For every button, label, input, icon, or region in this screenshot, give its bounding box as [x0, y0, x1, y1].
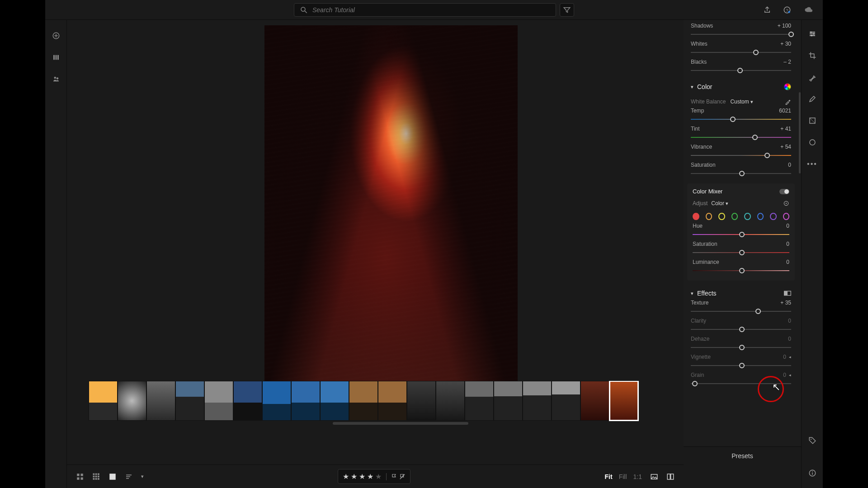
filmstrip-thumb[interactable] [580, 381, 609, 421]
tint-slider[interactable]: Tint+ 41 [691, 126, 791, 141]
panel-scrollbar[interactable] [799, 24, 801, 425]
target-adjust-icon[interactable] [783, 200, 789, 206]
filmstrip-thumb[interactable] [146, 381, 175, 421]
filmstrip-thumb[interactable] [465, 381, 494, 421]
healing-brush-icon[interactable] [808, 73, 816, 81]
color-swatch[interactable] [693, 213, 699, 220]
filmstrip-thumb[interactable] [407, 381, 436, 421]
split-view-icon[interactable] [784, 291, 791, 296]
search-filter-button[interactable] [560, 3, 574, 17]
add-photos-icon[interactable] [52, 32, 60, 40]
shadows-slider[interactable]: Shadows+ 100 [691, 23, 791, 38]
flag-reject-icon[interactable] [399, 474, 406, 480]
info-icon[interactable] [808, 469, 816, 477]
crop-icon[interactable] [808, 52, 816, 60]
chevron-down-icon[interactable]: ▾ [141, 474, 144, 479]
funnel-icon [563, 6, 571, 14]
saturation-slider[interactable]: Saturation0 [691, 162, 791, 177]
presets-button[interactable]: Presets [684, 446, 801, 465]
filmstrip-thumb[interactable] [378, 381, 407, 421]
grid-small-icon[interactable] [76, 473, 84, 481]
filmstrip-thumb[interactable] [609, 381, 638, 421]
linear-gradient-icon[interactable] [808, 117, 816, 125]
filmstrip-scrollbar[interactable] [89, 422, 684, 426]
left-nav-rail [45, 20, 67, 488]
edit-sliders-icon[interactable] [808, 30, 816, 38]
hue-slider[interactable]: Hue0 [693, 223, 789, 238]
color-swatch[interactable] [718, 213, 725, 220]
tag-icon[interactable] [808, 436, 816, 445]
compare-icon[interactable] [666, 473, 675, 481]
filmstrip-thumb[interactable] [523, 381, 552, 421]
zoom-1to1[interactable]: 1:1 [633, 473, 642, 480]
filmstrip-thumb[interactable] [175, 381, 204, 421]
vibrance-slider[interactable]: Vibrance+ 54 [691, 144, 791, 159]
filmstrip-thumb[interactable] [349, 381, 378, 421]
filmstrip-thumb[interactable] [233, 381, 262, 421]
more-icon[interactable]: ••• [807, 160, 817, 168]
svg-rect-37 [109, 474, 116, 480]
zoom-fill[interactable]: Fill [619, 473, 627, 480]
grid-large-icon[interactable] [92, 473, 100, 481]
eyedropper-icon[interactable] [785, 99, 791, 105]
luminance-slider[interactable]: Luminance0 [693, 259, 789, 274]
zoom-fit[interactable]: Fit [605, 473, 613, 480]
temp-slider[interactable]: Temp6021 [691, 108, 791, 123]
color-swatch[interactable] [757, 213, 764, 220]
filmstrip[interactable] [89, 381, 684, 422]
color-swatch[interactable] [731, 213, 738, 220]
disclosure-arrow-icon[interactable]: ◂ [789, 373, 791, 377]
single-view-icon[interactable] [108, 473, 117, 481]
mixer-adjust-dropdown[interactable]: Color ▾ [711, 200, 728, 206]
color-section-header[interactable]: ▾ Color [691, 83, 791, 90]
filmstrip-thumb[interactable] [320, 381, 349, 421]
filmstrip-thumb[interactable] [436, 381, 465, 421]
color-wheel-icon[interactable] [784, 83, 791, 90]
sort-icon[interactable] [125, 473, 133, 481]
texture-slider[interactable]: Texture+ 35 [691, 300, 791, 315]
clarity-slider[interactable]: Clarity0 [691, 318, 791, 333]
color-mixer-title: Color Mixer [693, 188, 722, 195]
filmstrip-thumb[interactable] [552, 381, 580, 421]
blacks-slider[interactable]: Blacks– 2 [691, 59, 791, 74]
my-photos-icon[interactable] [52, 53, 60, 61]
show-original-icon[interactable] [650, 473, 658, 481]
svg-rect-30 [98, 473, 99, 475]
share-icon[interactable] [763, 6, 771, 14]
filmstrip-thumb[interactable] [89, 381, 118, 421]
svg-point-19 [810, 140, 815, 145]
help-icon[interactable]: ? [783, 6, 791, 14]
filmstrip-thumb[interactable] [494, 381, 523, 421]
color-swatch[interactable] [770, 213, 777, 220]
white-balance-row[interactable]: White Balance Custom ▾ [691, 99, 791, 105]
grain-slider[interactable]: Grain 0◂ [691, 372, 791, 387]
main-photo[interactable] [264, 25, 518, 412]
brush-icon[interactable] [808, 95, 816, 103]
filmstrip-thumb[interactable] [118, 381, 146, 421]
filmstrip-thumb[interactable] [291, 381, 320, 421]
effects-section-header[interactable]: ▾ Effects [691, 290, 791, 297]
svg-rect-22 [812, 473, 813, 475]
filmstrip-thumb[interactable] [204, 381, 233, 421]
flag-pick-icon[interactable] [391, 474, 397, 480]
filmstrip-thumb[interactable] [262, 381, 291, 421]
disclosure-arrow-icon[interactable]: ◂ [789, 355, 791, 359]
mixer-saturation-slider[interactable]: Saturation0 [693, 241, 789, 256]
svg-rect-41 [671, 474, 674, 479]
color-mixer-toggle[interactable] [779, 189, 789, 194]
dehaze-slider[interactable]: Dehaze0 [691, 336, 791, 351]
search-input[interactable] [312, 6, 550, 14]
cloud-sync-icon[interactable] [803, 6, 814, 14]
svg-point-0 [301, 7, 305, 11]
whites-slider[interactable]: Whites+ 30 [691, 41, 791, 56]
shared-icon[interactable] [52, 75, 60, 83]
color-swatch[interactable] [783, 213, 790, 220]
color-swatch[interactable] [744, 213, 751, 220]
search-box[interactable] [294, 3, 556, 17]
rating-stars[interactable]: ★★★★★ [338, 469, 410, 484]
vignette-slider[interactable]: Vignette 0◂ [691, 354, 791, 369]
color-swatches[interactable] [693, 213, 789, 220]
radial-gradient-icon[interactable] [808, 138, 816, 146]
color-swatch[interactable] [706, 213, 712, 220]
zoom-options[interactable]: Fit Fill 1:1 [605, 473, 642, 480]
